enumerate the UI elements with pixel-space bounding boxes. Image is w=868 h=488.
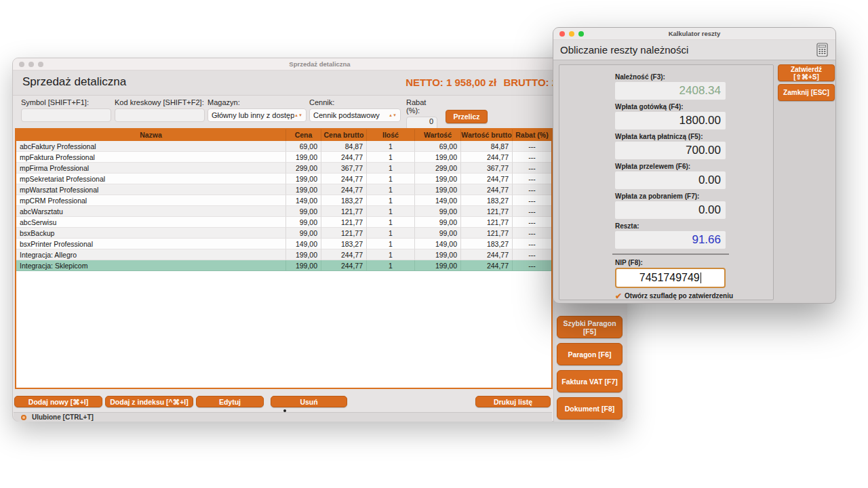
table-cell: 99,00 — [415, 206, 461, 217]
table-cell: --- — [513, 152, 551, 163]
cash-payment-field[interactable]: 1800.00 — [615, 112, 726, 129]
dialog-title: Obliczanie reszty należności — [560, 44, 688, 56]
table-cell: abcWarsztatu — [16, 206, 286, 217]
receipt-button[interactable]: Paragon [F6] — [557, 343, 623, 365]
table-cell: 1 — [367, 141, 415, 152]
table-row[interactable]: bsxPrinter Professional149,00183,271149,… — [16, 239, 551, 249]
barcode-input[interactable] — [115, 108, 205, 122]
vat-invoice-button[interactable]: Faktura VAT [F7] — [557, 370, 623, 392]
transfer-payment-field[interactable]: 0.00 — [615, 171, 726, 189]
table-row[interactable]: Integracja: Allegro199,00244,771199,0024… — [16, 249, 551, 260]
dialog-fields: Należność (F3):2408.34Wpłata gotówką (F4… — [615, 73, 773, 249]
brutto-label: BRUTTO: — [503, 77, 549, 88]
add-from-index-button[interactable]: Dodaj z indeksu [^⌘+I] — [105, 396, 193, 407]
table-cell: 199,00 — [415, 184, 461, 195]
field-group: Wpłata kartą płatniczą (F5):700.00 — [615, 133, 726, 159]
table-cell: Integracja: Allegro — [16, 249, 286, 260]
table-cell: 1 — [367, 152, 415, 163]
table-cell: 244,77 — [321, 152, 367, 163]
table-cell: 149,00 — [286, 195, 321, 206]
print-list-button[interactable]: Drukuj listę — [475, 396, 551, 407]
table-cell: 99,00 — [286, 228, 321, 239]
header-band: Sprzedaż detaliczna NETTO: 1 958,00 zł B… — [13, 70, 627, 96]
close-button[interactable]: Zamknij [ESC] — [778, 84, 835, 101]
table-row[interactable]: abcWarsztatu99,00121,77199,00121,77--- — [16, 206, 551, 217]
main-titlebar-title: Sprzedaż detaliczna — [13, 60, 627, 68]
table-cell: 69,00 — [415, 141, 461, 152]
table-cell: 121,77 — [321, 217, 367, 228]
table-row[interactable]: Integracja: Sklepicom199,00244,771199,00… — [16, 260, 551, 271]
field-label: Reszta: — [615, 222, 726, 230]
table-cell: 183,27 — [321, 195, 367, 206]
pricelist-label: Cennik: — [309, 98, 401, 106]
table-cell: 1 — [367, 228, 415, 239]
dialog-titlebar[interactable]: Kalkulator reszty — [553, 28, 835, 40]
amount-due-field[interactable]: 2408.34 — [615, 82, 726, 100]
cod-payment-field[interactable]: 0.00 — [615, 201, 726, 219]
filter-row: Symbol [SHIFT+F1]: Kod kreskowy [SHIFT+F… — [13, 96, 627, 128]
table-cell: 183,27 — [461, 239, 513, 249]
nip-value: 7451749749 — [639, 272, 700, 283]
quick-receipt-button[interactable]: Szybki Paragon [F5] — [557, 316, 623, 338]
column-header-wartosc-brutto[interactable]: Wartość brutto — [461, 129, 513, 141]
table-cell: 367,77 — [461, 163, 513, 174]
table-row[interactable]: mpSekretariat Professional199,00244,7711… — [16, 174, 551, 184]
table-cell: 244,77 — [461, 260, 513, 271]
table-row[interactable]: abcFaktury Professional69,0084,87169,008… — [16, 141, 551, 152]
document-button[interactable]: Dokument [F8] — [557, 397, 623, 420]
checkmark-icon: ✔ — [615, 293, 622, 300]
warehouse-select[interactable]: Główny lub inny z dostępnością ▲▼ — [208, 108, 307, 122]
table-row[interactable]: bsxBackup99,00121,77199,00121,77--- — [16, 228, 551, 239]
column-header-cena-brutto[interactable]: Cena brutto — [321, 129, 367, 141]
confirm-button[interactable]: Zatwierdź [⇧⌘+S] — [778, 64, 835, 81]
table-cell: 244,77 — [321, 174, 367, 184]
card-payment-field[interactable]: 700.00 — [615, 142, 726, 159]
table-cell: --- — [513, 206, 551, 217]
add-new-button[interactable]: Dodaj nowy [⌘+I] — [14, 396, 102, 407]
main-titlebar[interactable]: Sprzedaż detaliczna — [13, 58, 627, 70]
field-group: Reszta:91.66 — [615, 222, 726, 249]
column-header-ilosc[interactable]: Ilość — [367, 129, 415, 141]
table-cell: bsxPrinter Professional — [16, 239, 286, 249]
table-cell: --- — [513, 228, 551, 239]
column-header-wartosc-netto[interactable]: Wartość netto — [415, 129, 461, 141]
table-cell: mpWarsztat Professional — [16, 184, 286, 195]
table-cell: 1 — [367, 184, 415, 195]
favorites-bar[interactable]: Ulubione [CTRL+T] — [14, 412, 552, 422]
column-header-cena-netto[interactable]: Cena netto — [286, 129, 321, 141]
field-label: Wpłata przelewem (F6): — [615, 163, 726, 170]
open-drawer-checkbox[interactable]: ✔ Otwórz szufladę po zatwierdzeniu — [615, 292, 773, 300]
table-cell: Integracja: Sklepicom — [16, 260, 286, 271]
table-cell: 299,00 — [415, 163, 461, 174]
column-header-rabat[interactable]: Rabat (%) — [513, 129, 551, 141]
table-row[interactable]: mpFaktura Professional199,00244,771199,0… — [16, 152, 551, 163]
table-cell: 1 — [367, 239, 415, 249]
table-cell: abcSerwisu — [16, 217, 286, 228]
dialog-header: Obliczanie reszty należności — [553, 40, 835, 60]
table-row[interactable]: abcSerwisu99,00121,77199,00121,77--- — [16, 217, 551, 228]
page-title: Sprzedaż detaliczna — [22, 75, 126, 89]
table-cell: 199,00 — [286, 152, 321, 163]
column-header-nazwa[interactable]: Nazwa — [16, 129, 286, 141]
field-group: Wpłata przelewem (F6):0.00 — [615, 163, 726, 189]
symbol-input[interactable] — [21, 108, 111, 122]
table-row[interactable]: mpFirma Professional299,00367,771299,003… — [16, 163, 551, 174]
table-cell: --- — [513, 249, 551, 260]
recalculate-button[interactable]: Przelicz — [446, 110, 488, 123]
change-field[interactable]: 91.66 — [615, 231, 726, 249]
pricelist-select[interactable]: Cennik podstawowy ▲▼ — [309, 108, 401, 122]
table-cell: mpSekretariat Professional — [16, 174, 286, 184]
table-cell: 1 — [367, 206, 415, 217]
table-row[interactable]: mpCRM Professional149,00183,271149,00183… — [16, 195, 551, 206]
table-body: abcFaktury Professional69,0084,87169,008… — [16, 141, 551, 271]
table-cell: mpCRM Professional — [16, 195, 286, 206]
delete-button[interactable]: Usuń — [271, 396, 347, 407]
nip-input[interactable]: 7451749749 — [615, 268, 726, 288]
chevron-updown-icon: ▲▼ — [389, 114, 397, 117]
table-cell: 99,00 — [415, 228, 461, 239]
edit-button[interactable]: Edytuj — [196, 396, 264, 407]
separator — [612, 253, 729, 255]
field-group: Wpłata za pobraniem (F7):0.00 — [615, 192, 726, 219]
table-row[interactable]: mpWarsztat Professional199,00244,771199,… — [16, 184, 551, 195]
table-cell: 149,00 — [415, 239, 461, 249]
